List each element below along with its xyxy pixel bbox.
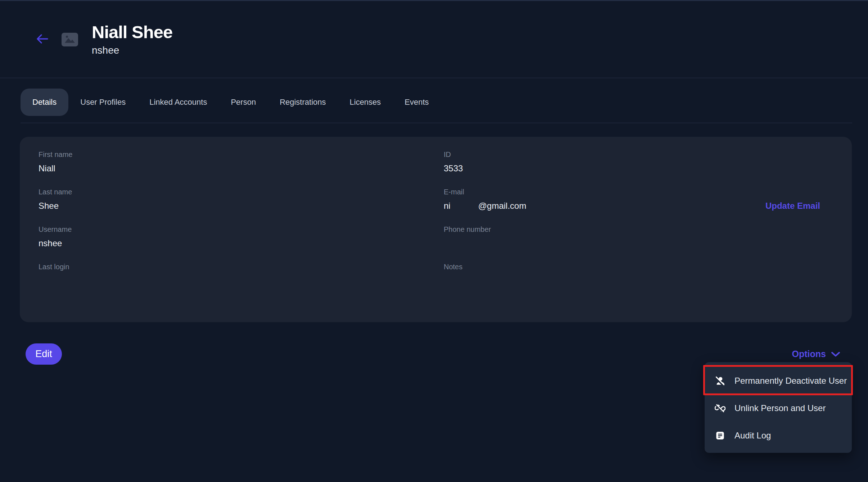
menu-item-unlink-person-and-user[interactable]: Unlink Person and User — [705, 395, 852, 422]
chevron-down-icon — [831, 349, 840, 359]
field-value — [39, 275, 444, 286]
header-divider — [0, 78, 868, 78]
tab-details[interactable]: Details — [21, 89, 68, 116]
field-label: Notes — [444, 262, 833, 271]
field-label: Last name — [39, 188, 444, 196]
field-value — [444, 238, 833, 249]
field-email: E-mail ni @gmail.com Update Email — [444, 188, 833, 211]
tab-person[interactable]: Person — [219, 89, 268, 116]
image-placeholder-icon — [64, 34, 76, 45]
options-dropdown-menu: Permanently Deactivate User Unlink Perso… — [705, 362, 852, 453]
field-label: Phone number — [444, 225, 833, 234]
email-prefix: ni — [444, 201, 451, 211]
user-detail-page: Niall Shee nshee Details User Profiles L… — [0, 0, 868, 482]
person-off-icon — [715, 375, 725, 386]
back-button[interactable] — [35, 32, 49, 47]
menu-item-label: Unlink Person and User — [734, 403, 826, 413]
field-last-name: Last name Shee — [39, 188, 444, 211]
field-label: E-mail — [444, 188, 833, 196]
menu-item-audit-log[interactable]: Audit Log — [705, 422, 852, 449]
page-subtitle: nshee — [92, 45, 172, 56]
field-notes: Notes — [444, 262, 833, 286]
page-header: Niall Shee nshee — [0, 1, 868, 78]
tab-bar: Details User Profiles Linked Accounts Pe… — [21, 89, 868, 116]
title-block: Niall Shee nshee — [92, 23, 172, 56]
field-label: Last login — [39, 262, 444, 271]
tab-events[interactable]: Events — [393, 89, 440, 116]
action-row: Edit Options — [0, 343, 868, 365]
details-left-column: First name Niall Last name Shee Username… — [39, 150, 444, 309]
email-value-row: ni @gmail.com Update Email — [444, 201, 833, 211]
menu-item-permanently-deactivate-user[interactable]: Permanently Deactivate User — [705, 367, 852, 395]
update-email-link[interactable]: Update Email — [765, 201, 820, 211]
field-id: ID 3533 — [444, 150, 833, 174]
field-first-name: First name Niall — [39, 150, 444, 174]
field-value: 3533 — [444, 163, 833, 174]
field-value — [444, 275, 833, 286]
field-phone-number: Phone number — [444, 225, 833, 249]
options-button-label: Options — [792, 349, 826, 359]
menu-item-label: Audit Log — [734, 431, 771, 441]
avatar — [62, 33, 78, 46]
menu-item-label: Permanently Deactivate User — [734, 376, 847, 386]
tab-licenses[interactable]: Licenses — [338, 89, 393, 116]
email-suffix: @gmail.com — [478, 201, 526, 211]
field-username: Username nshee — [39, 225, 444, 249]
audit-log-icon — [715, 430, 725, 441]
details-right-column: ID 3533 E-mail ni @gmail.com Update Emai… — [444, 150, 833, 309]
field-label: Username — [39, 225, 444, 234]
tab-registrations[interactable]: Registrations — [268, 89, 338, 116]
field-label: First name — [39, 150, 444, 159]
field-value: nshee — [39, 238, 444, 249]
field-value: Shee — [39, 201, 444, 211]
options-button[interactable]: Options — [792, 349, 840, 359]
edit-button[interactable]: Edit — [26, 343, 62, 365]
link-off-icon — [715, 403, 725, 414]
tabs-divider — [21, 123, 852, 123]
arrow-left-icon — [35, 33, 49, 46]
details-card: First name Niall Last name Shee Username… — [20, 137, 852, 322]
tab-user-profiles[interactable]: User Profiles — [68, 89, 137, 116]
field-value: Niall — [39, 163, 444, 174]
page-title: Niall Shee — [92, 23, 172, 42]
field-label: ID — [444, 150, 833, 159]
tab-linked-accounts[interactable]: Linked Accounts — [137, 89, 219, 116]
field-last-login: Last login — [39, 262, 444, 286]
